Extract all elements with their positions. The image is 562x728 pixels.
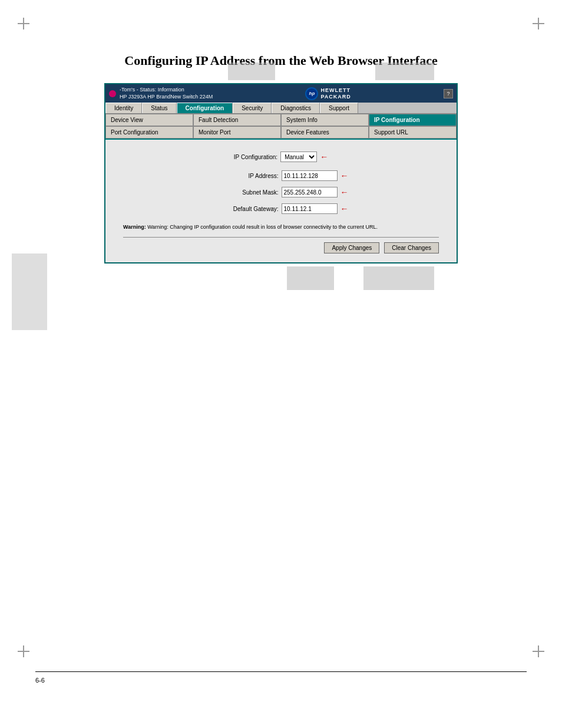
screenshot-wrapper: -Tom's - Status: Information HP J3293A H…: [104, 83, 458, 263]
hp-logo: hp HEWLETT PACKARD: [305, 87, 351, 100]
page-title: Configuring IP Address from the Web Brow…: [0, 53, 562, 68]
tab-identity[interactable]: Identity: [105, 103, 142, 113]
clear-changes-button[interactable]: Clear Changes: [384, 242, 439, 253]
tab-status[interactable]: Status: [142, 103, 176, 113]
corner-mark-tl: [18, 18, 35, 35]
top-callout-right: [375, 62, 434, 80]
subnav-support-url[interactable]: Support URL: [369, 126, 457, 139]
subnav-fault-detection[interactable]: Fault Detection: [193, 114, 281, 126]
subnet-mask-group: Subnet Mask: ←: [123, 187, 439, 197]
default-gateway-group: Default Gateway: ←: [123, 203, 439, 214]
tab-security[interactable]: Security: [233, 103, 272, 113]
ip-config-select[interactable]: Manual DHCP BOOTP: [280, 151, 317, 162]
browser-window: -Tom's - Status: Information HP J3293A H…: [104, 83, 458, 263]
subnet-mask-arrow: ←: [340, 187, 349, 197]
bottom-callout-right: [363, 266, 434, 290]
tab-support[interactable]: Support: [320, 103, 358, 113]
ip-address-group: IP Address: ←: [123, 170, 439, 181]
hp-brand-text: HEWLETT PACKARD: [320, 87, 351, 100]
subnav-device-features[interactable]: Device Features: [281, 126, 369, 139]
corner-mark-bl: [18, 640, 35, 657]
subnet-mask-label: Subnet Mask:: [214, 189, 279, 196]
subnet-mask-input[interactable]: [282, 187, 338, 197]
ip-config-label: IP Configuration:: [234, 154, 277, 160]
sub-nav: Device View Fault Detection System Info …: [105, 114, 457, 140]
help-button[interactable]: ?: [444, 89, 453, 98]
corner-mark-br: [527, 640, 544, 657]
default-gateway-arrow: ←: [340, 204, 349, 213]
title-bar: -Tom's - Status: Information HP J3293A H…: [105, 84, 457, 103]
tab-configuration[interactable]: Configuration: [177, 103, 233, 113]
subnav-ip-configuration[interactable]: IP Configuration: [369, 114, 457, 126]
title-text: -Tom's - Status: Information HP J3293A H…: [120, 87, 213, 100]
left-sidebar-decoration: [12, 253, 47, 330]
corner-mark-tr: [527, 18, 544, 35]
hp-logo-circle: hp: [305, 87, 318, 100]
bottom-rule: [35, 671, 527, 672]
ip-address-label: IP Address:: [214, 173, 279, 179]
nav-tabs: Identity Status Configuration Security D…: [105, 103, 457, 114]
title-bar-left: -Tom's - Status: Information HP J3293A H…: [109, 87, 213, 100]
button-row: Apply Changes Clear Changes: [123, 242, 439, 253]
subnav-system-info[interactable]: System Info: [281, 114, 369, 126]
bottom-callout-left: [287, 266, 334, 290]
content-area: IP Configuration: Manual DHCP BOOTP ← IP…: [105, 140, 457, 262]
ip-config-arrow: ←: [320, 152, 328, 162]
subnav-monitor-port[interactable]: Monitor Port: [193, 126, 281, 139]
title-icon: [109, 90, 116, 97]
page-number: 6-6: [35, 677, 45, 684]
divider: [123, 237, 439, 238]
default-gateway-input[interactable]: [282, 203, 338, 214]
subnav-device-view[interactable]: Device View: [105, 114, 193, 126]
subnav-port-configuration[interactable]: Port Configuration: [105, 126, 193, 139]
ip-address-input[interactable]: [282, 170, 338, 181]
tab-diagnostics[interactable]: Diagnostics: [272, 103, 320, 113]
warning-text: Warning: Warning: Changing IP configurat…: [123, 223, 439, 231]
ip-config-group: IP Configuration: Manual DHCP BOOTP ←: [123, 151, 439, 162]
top-callout-left: [228, 62, 275, 80]
ip-address-arrow: ←: [340, 171, 349, 180]
default-gateway-label: Default Gateway:: [214, 206, 279, 212]
apply-changes-button[interactable]: Apply Changes: [324, 242, 379, 253]
